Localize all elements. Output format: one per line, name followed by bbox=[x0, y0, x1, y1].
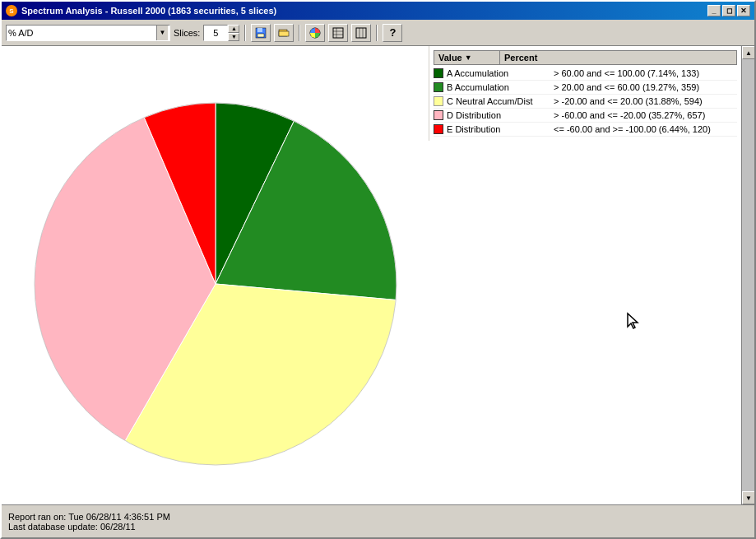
legend-name-b: B Accumulation bbox=[447, 82, 554, 92]
spin-up-button[interactable]: ▲ bbox=[228, 25, 239, 33]
title-bar-left: S Spectrum Analysis - Russell 2000 (1863… bbox=[6, 5, 276, 16]
scroll-up-button[interactable]: ▲ bbox=[742, 46, 754, 59]
color-swatch-c bbox=[434, 96, 443, 106]
legend-header: Value ▼ Percent bbox=[434, 50, 737, 65]
legend-rows: A Accumulation > 60.00 and <= 100.00 (7.… bbox=[434, 67, 737, 137]
save-button[interactable] bbox=[251, 24, 271, 42]
help-button[interactable]: ? bbox=[383, 24, 402, 42]
list-item: B Accumulation > 20.00 and <= 60.00 (19.… bbox=[434, 81, 737, 95]
cursor-indicator bbox=[626, 312, 642, 333]
content-area: Value ▼ Percent A Accumulation > 60.00 a… bbox=[2, 46, 754, 504]
help-icon: ? bbox=[389, 26, 396, 39]
close-button[interactable]: ✕ bbox=[737, 5, 750, 16]
legend-value-b: > 20.00 and <= 60.00 (19.27%, 359) bbox=[554, 82, 737, 92]
scrollbar: ▲ ▼ bbox=[741, 46, 754, 504]
legend-name-c: C Neutral Accum/Dist bbox=[447, 96, 554, 106]
spin-down-button[interactable]: ▼ bbox=[228, 33, 239, 41]
svg-rect-6 bbox=[333, 28, 343, 38]
legend-value-label: Value bbox=[438, 53, 462, 63]
scroll-down-button[interactable]: ▼ bbox=[742, 491, 754, 504]
separator-2 bbox=[299, 25, 300, 41]
dropdown-selector[interactable]: % A/D ▼ bbox=[6, 25, 170, 41]
list-item: A Accumulation > 60.00 and <= 100.00 (7.… bbox=[434, 67, 737, 81]
table-button[interactable] bbox=[328, 24, 348, 42]
columns-icon bbox=[355, 27, 367, 39]
save-icon bbox=[255, 27, 267, 39]
window-title: Spectrum Analysis - Russell 2000 (1863 s… bbox=[21, 6, 276, 16]
status-line-1: Report ran on: Tue 06/28/11 4:36:51 PM bbox=[8, 512, 748, 522]
pie-chart bbox=[18, 62, 413, 490]
legend-empty-area bbox=[429, 141, 741, 504]
svg-rect-2 bbox=[257, 34, 264, 37]
main-window: S Spectrum Analysis - Russell 2000 (1863… bbox=[0, 0, 756, 539]
color-swatch-b bbox=[434, 82, 443, 92]
legend-name-a: A Accumulation bbox=[447, 68, 554, 78]
table-icon bbox=[332, 27, 344, 39]
toolbar: % A/D ▼ Slices: ▲ ▼ bbox=[2, 20, 754, 46]
title-buttons: _ ◻ ✕ bbox=[707, 5, 750, 16]
svg-rect-1 bbox=[257, 28, 262, 32]
list-item: C Neutral Accum/Dist > -20.00 and <= 20.… bbox=[434, 95, 737, 109]
chart-button[interactable] bbox=[305, 24, 325, 42]
legend-area: Value ▼ Percent A Accumulation > 60.00 a… bbox=[429, 46, 741, 141]
svg-rect-4 bbox=[279, 31, 289, 36]
title-bar: S Spectrum Analysis - Russell 2000 (1863… bbox=[2, 2, 754, 20]
slices-spinner: ▲ ▼ bbox=[228, 25, 239, 41]
dropdown-value: % A/D bbox=[8, 28, 34, 38]
legend-value-d: > -60.00 and <= -20.00 (35.27%, 657) bbox=[554, 110, 737, 120]
columns-button[interactable] bbox=[351, 24, 371, 42]
slices-label: Slices: bbox=[174, 28, 200, 38]
color-swatch-e bbox=[434, 124, 443, 134]
dropdown-arrow-icon[interactable]: ▼ bbox=[156, 26, 168, 40]
color-swatch-d bbox=[434, 110, 443, 120]
legend-value-a: > 60.00 and <= 100.00 (7.14%, 133) bbox=[554, 68, 737, 78]
open-icon bbox=[278, 27, 290, 39]
legend-percent-label: Percent bbox=[504, 53, 537, 63]
slices-input[interactable] bbox=[203, 25, 228, 41]
cursor-icon bbox=[626, 312, 642, 332]
list-item: E Distribution <= -60.00 and >= -100.00 … bbox=[434, 123, 737, 137]
scroll-track[interactable] bbox=[742, 59, 754, 491]
legend-value-e: <= -60.00 and >= -100.00 (6.44%, 120) bbox=[554, 124, 737, 134]
legend-name-e: E Distribution bbox=[447, 124, 554, 134]
open-button[interactable] bbox=[274, 24, 294, 42]
legend-col-percent-header: Percent bbox=[500, 51, 736, 64]
minimize-button[interactable]: _ bbox=[707, 5, 721, 16]
chart-area bbox=[2, 46, 429, 504]
chart-icon bbox=[308, 26, 322, 39]
separator-3 bbox=[376, 25, 378, 41]
right-panel: Value ▼ Percent A Accumulation > 60.00 a… bbox=[429, 46, 741, 504]
color-swatch-a bbox=[434, 68, 443, 78]
sort-arrow-icon[interactable]: ▼ bbox=[465, 53, 472, 62]
status-bar: Report ran on: Tue 06/28/11 4:36:51 PM L… bbox=[2, 504, 754, 537]
svg-rect-10 bbox=[356, 28, 366, 38]
legend-value-c: > -20.00 and <= 20.00 (31.88%, 594) bbox=[554, 96, 737, 106]
restore-button[interactable]: ◻ bbox=[722, 5, 735, 16]
legend-name-d: D Distribution bbox=[447, 110, 554, 120]
list-item: D Distribution > -60.00 and <= -20.00 (3… bbox=[434, 109, 737, 123]
legend-col-value-header: Value ▼ bbox=[434, 51, 500, 64]
status-line-2: Last database update: 06/28/11 bbox=[8, 522, 748, 532]
app-icon: S bbox=[6, 5, 17, 16]
separator-1 bbox=[244, 25, 246, 41]
